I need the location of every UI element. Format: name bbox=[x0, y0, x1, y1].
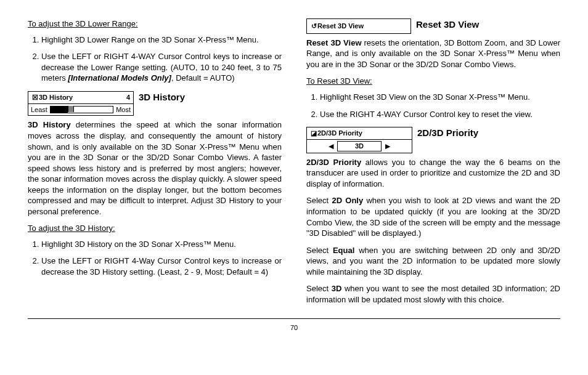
slider-min-label: Least bbox=[31, 105, 47, 115]
reset-steps: Highlight Reset 3D View on the 3D Sonar … bbox=[306, 92, 560, 119]
left-arrow-icon[interactable]: ◀ bbox=[329, 142, 333, 151]
priority-widget-title: 2D/3D Priority bbox=[317, 129, 362, 137]
history-slider[interactable] bbox=[50, 106, 113, 113]
reset-body: Reset 3D View resets the orientation, 3D… bbox=[306, 38, 560, 70]
adjust-history-title: To adjust the 3D History: bbox=[28, 223, 282, 234]
page-number: 70 bbox=[28, 323, 560, 333]
adjust-lower-range-title: To adjust the 3D Lower Range: bbox=[28, 18, 282, 30]
step: Use the RIGHT 4-WAY Cursor Control key t… bbox=[320, 109, 560, 120]
history-widget-value: 4 bbox=[126, 93, 130, 102]
priority-3d: Select 3D when you want to see the most … bbox=[306, 283, 560, 305]
priority-heading: 2D/3D Priority bbox=[417, 127, 560, 140]
right-column: ↺Reset 3D View Reset 3D View Reset 3D Vi… bbox=[306, 18, 560, 311]
footer-rule bbox=[28, 318, 560, 319]
priority-equal: Select Equal when you are switching betw… bbox=[306, 245, 560, 278]
history-icon: ☒ bbox=[31, 93, 39, 102]
priority-value: 3D bbox=[337, 141, 382, 151]
priority-body: 2D/3D Priority allows you to change the … bbox=[306, 157, 560, 190]
history-heading: 3D History bbox=[139, 91, 282, 105]
history-body: 3D History determines the speed at which… bbox=[28, 119, 282, 217]
reset-heading: Reset 3D View bbox=[416, 18, 560, 32]
history-widget-title: 3D History bbox=[39, 94, 73, 101]
reset-steps-title: To Reset 3D View: bbox=[306, 76, 560, 87]
step: Use the LEFT or RIGHT 4-Way Cursor Contr… bbox=[41, 256, 282, 277]
reset-widget: ↺Reset 3D View bbox=[306, 18, 411, 34]
reset-widget-title: Reset 3D View bbox=[317, 22, 364, 30]
right-arrow-icon[interactable]: ▶ bbox=[385, 142, 390, 151]
step: Highlight Reset 3D View on the 3D Sonar … bbox=[320, 92, 560, 103]
reset-icon: ↺ bbox=[310, 22, 317, 31]
step: Highlight 3D History on the 3D Sonar X-P… bbox=[41, 239, 282, 250]
step: Use the LEFT or RIGHT 4-WAY Cursor Contr… bbox=[41, 51, 282, 84]
left-column: To adjust the 3D Lower Range: Highlight … bbox=[28, 18, 282, 311]
adjust-lower-range-steps: Highlight 3D Lower Range on the 3D Sonar… bbox=[28, 34, 282, 84]
history-widget: ☒3D History 4 Least Most bbox=[28, 91, 134, 116]
step: Highlight 3D Lower Range on the 3D Sonar… bbox=[41, 34, 282, 46]
slider-max-label: Most bbox=[116, 105, 131, 115]
adjust-history-steps: Highlight 3D History on the 3D Sonar X-P… bbox=[28, 239, 282, 278]
priority-2d-only: Select 2D Only when you wish to look at … bbox=[306, 195, 560, 238]
priority-widget: ◪2D/3D Priority ◀ 3D ▶ bbox=[306, 127, 412, 153]
priority-icon: ◪ bbox=[310, 129, 317, 138]
